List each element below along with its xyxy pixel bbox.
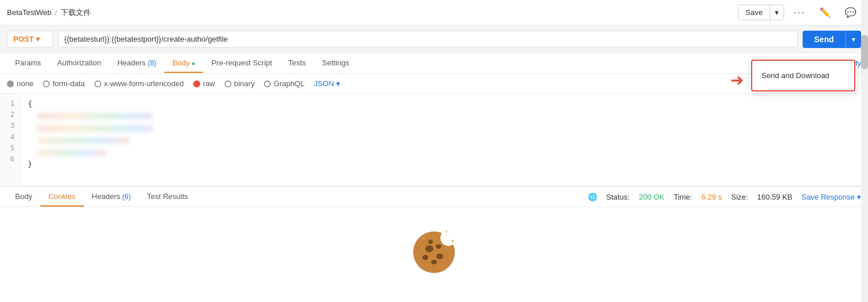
status-value: 200 OK [639, 193, 664, 201]
code-line-1: { [28, 98, 861, 111]
option-none[interactable]: none [7, 79, 34, 88]
line-numbers: 1 2 3 4 5 6 [0, 94, 21, 186]
method-selector[interactable]: POST ▾ [7, 31, 53, 47]
globe-icon: 🌐 [588, 193, 597, 201]
svg-point-3 [436, 253, 443, 259]
save-response-label: Save Response [801, 193, 855, 201]
option-graphql[interactable]: GraphQL [264, 79, 304, 88]
svg-point-2 [425, 245, 433, 252]
code-line-5 [28, 146, 861, 159]
edit-icon-button[interactable]: ✏️ [815, 5, 836, 20]
json-type-selector[interactable]: JSON ▾ [314, 79, 340, 88]
svg-point-6 [436, 244, 442, 249]
tab-params[interactable]: Params [7, 54, 49, 73]
send-download-item[interactable]: Send and Download [752, 65, 854, 86]
svg-point-7 [428, 240, 433, 244]
save-caret[interactable]: ▾ [770, 5, 784, 20]
code-content[interactable]: { } [21, 94, 868, 186]
cookie-area: ✦ ✦ ✦ [0, 207, 868, 288]
svg-text:✦: ✦ [444, 229, 448, 234]
option-urlencoded[interactable]: x-www-form-urlencoded [94, 79, 184, 88]
rtab-headers[interactable]: Headers (6) [84, 187, 139, 207]
size-label: Size: [731, 193, 748, 201]
breadcrumb-separator: / [55, 8, 57, 17]
blurred-code-5 [37, 149, 106, 156]
send-download-dropdown[interactable]: Send and Download [751, 60, 855, 91]
code-editor: 1 2 3 4 5 6 { } [0, 94, 868, 186]
time-label: Time: [674, 193, 692, 201]
radio-graphql [264, 80, 271, 87]
rtab-test-results[interactable]: Test Results [139, 187, 196, 207]
comment-icon-button[interactable]: 💬 [840, 5, 861, 20]
option-binary[interactable]: binary [225, 79, 255, 88]
svg-point-5 [422, 255, 428, 260]
label-form-data: form-data [53, 79, 85, 88]
label-raw: raw [203, 79, 215, 88]
status-label: Status: [606, 193, 630, 201]
response-tabs-row: Body Cookies Headers (6) Test Results 🌐 … [0, 186, 868, 207]
radio-raw [193, 80, 200, 87]
url-bar: POST ▾ Send ▾ [0, 25, 868, 53]
workspace-label: BetaTestWeb [7, 8, 52, 17]
tab-settings[interactable]: Settings [314, 54, 358, 73]
radio-none [7, 80, 14, 87]
line-num-2: 2 [6, 109, 14, 120]
response-section: Body Cookies Headers (6) Test Results 🌐 … [0, 186, 868, 288]
right-scrollbar-thumb [861, 35, 868, 69]
response-tabs: Body Cookies Headers (6) Test Results [7, 187, 196, 207]
blurred-code-4 [37, 137, 130, 144]
top-bar: BetaTestWeb / 下载文件 Save ▾ ··· ✏️ 💬 [0, 0, 868, 25]
tab-authorization[interactable]: Authorization [49, 54, 109, 73]
right-scrollbar[interactable] [861, 0, 868, 288]
arrow-indicator: ➜ [730, 71, 744, 90]
cookie-icon: ✦ ✦ ✦ [405, 219, 463, 277]
json-label: JSON [314, 79, 334, 88]
request-tabs: Params Authorization Headers (8) Body ● … [7, 54, 358, 73]
save-response-button[interactable]: Save Response ▾ [801, 193, 861, 201]
line-num-1: 1 [6, 98, 14, 109]
radio-binary [225, 80, 231, 87]
rtab-cookies[interactable]: Cookies [41, 187, 84, 207]
save-button-group[interactable]: Save ▾ [738, 5, 784, 20]
json-caret: ▾ [336, 79, 340, 88]
send-caret[interactable]: ▾ [845, 31, 861, 48]
option-raw[interactable]: raw [193, 79, 215, 88]
headers-badge: (8) [148, 59, 156, 67]
more-options-button[interactable]: ··· [789, 4, 810, 21]
tab-tests[interactable]: Tests [280, 54, 314, 73]
label-binary: binary [234, 79, 255, 88]
radio-form-data [43, 80, 50, 87]
blurred-code-2 [37, 113, 153, 120]
blurred-code-3 [37, 125, 153, 132]
tab-body[interactable]: Body ● [164, 54, 203, 73]
line-num-4: 4 [6, 132, 14, 143]
line-num-6: 6 [6, 154, 14, 165]
top-actions: Save ▾ ··· ✏️ 💬 [738, 4, 861, 21]
code-line-3 [28, 123, 861, 135]
line-num-3: 3 [6, 120, 14, 131]
option-form-data[interactable]: form-data [43, 79, 85, 88]
code-line-6: } [28, 159, 861, 171]
file-label: 下载文件 [61, 8, 91, 18]
response-meta: 🌐 Status: 200 OK Time: 6.29 s Size: 160.… [588, 193, 861, 201]
rtab-body[interactable]: Body [7, 187, 41, 207]
breadcrumb: BetaTestWeb / 下载文件 [7, 8, 91, 18]
method-caret: ▾ [36, 35, 40, 43]
svg-text:✦: ✦ [450, 238, 455, 244]
method-label: POST [13, 35, 34, 43]
code-line-2 [28, 111, 861, 123]
line-num-5: 5 [6, 143, 14, 154]
svg-text:✦: ✦ [422, 237, 425, 240]
time-value: 6.29 s [701, 193, 722, 201]
size-value: 160.59 KB [757, 193, 793, 201]
tab-headers[interactable]: Headers (8) [109, 54, 164, 73]
url-input[interactable] [58, 31, 798, 47]
radio-urlencoded [94, 80, 101, 87]
save-button-main[interactable]: Save [738, 5, 770, 20]
label-urlencoded: x-www-form-urlencoded [104, 79, 184, 88]
tab-pre-request[interactable]: Pre-request Script [203, 54, 280, 73]
label-none: none [17, 79, 34, 88]
code-line-4 [28, 134, 861, 146]
send-button[interactable]: Send [803, 31, 845, 48]
send-button-group: Send ▾ [803, 31, 861, 48]
